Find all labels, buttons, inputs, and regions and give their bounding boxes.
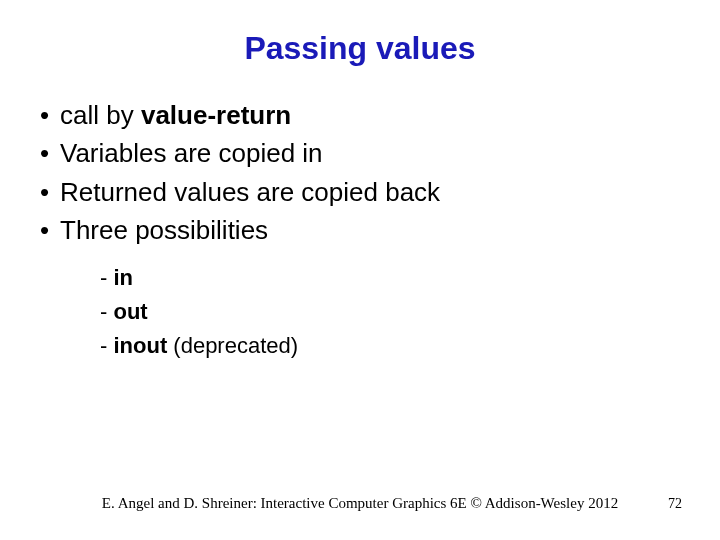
content-area: •call by value-return •Variables are cop… xyxy=(0,97,720,363)
bullet-1: •call by value-return xyxy=(40,97,680,133)
sub-item-1: - in xyxy=(100,261,680,295)
sub-1-bold: in xyxy=(113,265,133,290)
bullet-mark-icon: • xyxy=(40,174,60,210)
dash-icon: - xyxy=(100,333,113,358)
bullet-mark-icon: • xyxy=(40,135,60,171)
bullet-4-text: Three possibilities xyxy=(60,215,268,245)
dash-icon: - xyxy=(100,265,113,290)
bullet-3-text: Returned values are copied back xyxy=(60,177,440,207)
bullet-3: •Returned values are copied back xyxy=(40,174,680,210)
bullet-2: •Variables are copied in xyxy=(40,135,680,171)
bullet-1-bold: value-return xyxy=(141,100,291,130)
sub-3-bold: inout xyxy=(113,333,167,358)
bullet-mark-icon: • xyxy=(40,212,60,248)
sub-list: - in - out - inout (deprecated) xyxy=(40,251,680,363)
sub-3-rest: (deprecated) xyxy=(167,333,298,358)
sub-item-2: - out xyxy=(100,295,680,329)
slide-title: Passing values xyxy=(0,0,720,97)
bullet-1-pre: call by xyxy=(60,100,141,130)
dash-icon: - xyxy=(100,299,113,324)
sub-item-3: - inout (deprecated) xyxy=(100,329,680,363)
sub-2-bold: out xyxy=(113,299,147,324)
page-number: 72 xyxy=(668,496,682,512)
bullet-4: •Three possibilities xyxy=(40,212,680,248)
footer: E. Angel and D. Shreiner: Interactive Co… xyxy=(0,495,720,512)
footer-citation: E. Angel and D. Shreiner: Interactive Co… xyxy=(0,495,720,512)
bullet-2-text: Variables are copied in xyxy=(60,138,323,168)
bullet-mark-icon: • xyxy=(40,97,60,133)
